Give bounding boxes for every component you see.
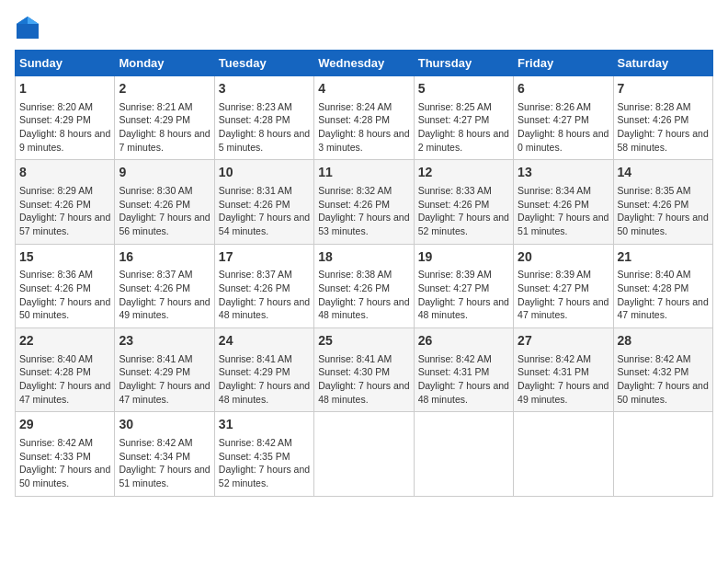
- cell-content: Sunrise: 8:42 AMSunset: 4:31 PMDaylight:…: [418, 352, 509, 407]
- day-number: 25: [318, 332, 409, 350]
- cell-content: Sunrise: 8:25 AMSunset: 4:27 PMDaylight:…: [418, 100, 509, 155]
- calendar-cell: [613, 412, 712, 496]
- calendar-cell: 4 Sunrise: 8:24 AMSunset: 4:28 PMDayligh…: [314, 76, 414, 160]
- calendar-cell: 22 Sunrise: 8:40 AMSunset: 4:28 PMDaylig…: [16, 328, 115, 412]
- cell-content: Sunrise: 8:42 AMSunset: 4:34 PMDaylight:…: [119, 436, 210, 490]
- day-number: 24: [219, 332, 310, 350]
- calendar-cell: 9 Sunrise: 8:30 AMSunset: 4:26 PMDayligh…: [115, 160, 214, 244]
- day-number: 13: [518, 164, 609, 182]
- week-row-1: 1 Sunrise: 8:20 AMSunset: 4:29 PMDayligh…: [16, 76, 713, 160]
- week-row-2: 8 Sunrise: 8:29 AMSunset: 4:26 PMDayligh…: [16, 160, 713, 244]
- cell-content: Sunrise: 8:39 AMSunset: 4:27 PMDaylight:…: [418, 268, 509, 322]
- day-number: 11: [318, 164, 409, 182]
- cell-content: Sunrise: 8:42 AMSunset: 4:35 PMDaylight:…: [219, 436, 310, 490]
- cell-content: Sunrise: 8:42 AMSunset: 4:31 PMDaylight:…: [518, 352, 609, 407]
- week-row-4: 22 Sunrise: 8:40 AMSunset: 4:28 PMDaylig…: [16, 328, 713, 412]
- weekday-header-row: SundayMondayTuesdayWednesdayThursdayFrid…: [16, 51, 713, 76]
- day-number: 3: [219, 80, 310, 98]
- calendar-cell: [314, 412, 414, 496]
- cell-content: Sunrise: 8:36 AMSunset: 4:26 PMDaylight:…: [19, 268, 110, 322]
- day-number: 26: [418, 332, 509, 350]
- calendar-cell: 19 Sunrise: 8:39 AMSunset: 4:27 PMDaylig…: [414, 244, 513, 327]
- page-header: [15, 15, 713, 40]
- calendar-cell: 26 Sunrise: 8:42 AMSunset: 4:31 PMDaylig…: [414, 328, 513, 412]
- cell-content: Sunrise: 8:42 AMSunset: 4:33 PMDaylight:…: [19, 436, 110, 490]
- day-number: 17: [219, 248, 310, 267]
- cell-content: Sunrise: 8:38 AMSunset: 4:26 PMDaylight:…: [318, 268, 409, 322]
- day-number: 20: [518, 248, 609, 267]
- weekday-header-tuesday: Tuesday: [214, 51, 313, 76]
- day-number: 5: [418, 80, 509, 98]
- day-number: 31: [219, 416, 310, 434]
- day-number: 8: [19, 164, 110, 182]
- cell-content: Sunrise: 8:33 AMSunset: 4:26 PMDaylight:…: [418, 184, 509, 238]
- cell-content: Sunrise: 8:28 AMSunset: 4:26 PMDaylight:…: [618, 100, 709, 155]
- calendar-cell: 1 Sunrise: 8:20 AMSunset: 4:29 PMDayligh…: [16, 76, 115, 160]
- weekday-header-wednesday: Wednesday: [314, 51, 414, 76]
- calendar-cell: 18 Sunrise: 8:38 AMSunset: 4:26 PMDaylig…: [314, 244, 414, 327]
- day-number: 16: [119, 248, 210, 267]
- cell-content: Sunrise: 8:20 AMSunset: 4:29 PMDaylight:…: [19, 100, 110, 155]
- calendar-cell: 28 Sunrise: 8:42 AMSunset: 4:32 PMDaylig…: [613, 328, 712, 412]
- calendar-cell: 24 Sunrise: 8:41 AMSunset: 4:29 PMDaylig…: [214, 328, 313, 412]
- logo: [15, 15, 44, 40]
- weekday-header-thursday: Thursday: [414, 51, 513, 76]
- calendar-table: SundayMondayTuesdayWednesdayThursdayFrid…: [15, 50, 713, 497]
- cell-content: Sunrise: 8:32 AMSunset: 4:26 PMDaylight:…: [318, 184, 409, 238]
- day-number: 2: [119, 80, 210, 98]
- calendar-cell: 13 Sunrise: 8:34 AMSunset: 4:26 PMDaylig…: [514, 160, 613, 244]
- day-number: 9: [119, 164, 210, 182]
- calendar-cell: 25 Sunrise: 8:41 AMSunset: 4:30 PMDaylig…: [314, 328, 414, 412]
- calendar-cell: 5 Sunrise: 8:25 AMSunset: 4:27 PMDayligh…: [414, 76, 513, 160]
- cell-content: Sunrise: 8:41 AMSunset: 4:29 PMDaylight:…: [119, 352, 210, 407]
- day-number: 27: [518, 332, 609, 350]
- day-number: 30: [119, 416, 210, 434]
- calendar-cell: 17 Sunrise: 8:37 AMSunset: 4:26 PMDaylig…: [214, 244, 313, 327]
- calendar-cell: 14 Sunrise: 8:35 AMSunset: 4:26 PMDaylig…: [613, 160, 712, 244]
- calendar-cell: 23 Sunrise: 8:41 AMSunset: 4:29 PMDaylig…: [115, 328, 214, 412]
- cell-content: Sunrise: 8:31 AMSunset: 4:26 PMDaylight:…: [219, 184, 310, 238]
- calendar-cell: [414, 412, 513, 496]
- weekday-header-friday: Friday: [514, 51, 613, 76]
- calendar-cell: 15 Sunrise: 8:36 AMSunset: 4:26 PMDaylig…: [16, 244, 115, 327]
- svg-marker-1: [28, 17, 39, 24]
- cell-content: Sunrise: 8:41 AMSunset: 4:29 PMDaylight:…: [219, 352, 310, 407]
- cell-content: Sunrise: 8:40 AMSunset: 4:28 PMDaylight:…: [19, 352, 110, 407]
- cell-content: Sunrise: 8:37 AMSunset: 4:26 PMDaylight:…: [119, 268, 210, 322]
- cell-content: Sunrise: 8:37 AMSunset: 4:26 PMDaylight:…: [219, 268, 310, 322]
- day-number: 28: [618, 332, 709, 350]
- day-number: 23: [119, 332, 210, 350]
- calendar-cell: 2 Sunrise: 8:21 AMSunset: 4:29 PMDayligh…: [115, 76, 214, 160]
- calendar-cell: 11 Sunrise: 8:32 AMSunset: 4:26 PMDaylig…: [314, 160, 414, 244]
- cell-content: Sunrise: 8:39 AMSunset: 4:27 PMDaylight:…: [518, 268, 609, 322]
- calendar-cell: 6 Sunrise: 8:26 AMSunset: 4:27 PMDayligh…: [514, 76, 613, 160]
- calendar-cell: 21 Sunrise: 8:40 AMSunset: 4:28 PMDaylig…: [613, 244, 712, 327]
- day-number: 29: [19, 416, 110, 434]
- calendar-cell: 3 Sunrise: 8:23 AMSunset: 4:28 PMDayligh…: [214, 76, 313, 160]
- cell-content: Sunrise: 8:41 AMSunset: 4:30 PMDaylight:…: [318, 352, 409, 407]
- cell-content: Sunrise: 8:29 AMSunset: 4:26 PMDaylight:…: [19, 184, 110, 238]
- cell-content: Sunrise: 8:35 AMSunset: 4:26 PMDaylight:…: [618, 184, 709, 238]
- day-number: 18: [318, 248, 409, 267]
- week-row-5: 29 Sunrise: 8:42 AMSunset: 4:33 PMDaylig…: [16, 412, 713, 496]
- day-number: 19: [418, 248, 509, 267]
- calendar-cell: 12 Sunrise: 8:33 AMSunset: 4:26 PMDaylig…: [414, 160, 513, 244]
- cell-content: Sunrise: 8:34 AMSunset: 4:26 PMDaylight:…: [518, 184, 609, 238]
- cell-content: Sunrise: 8:24 AMSunset: 4:28 PMDaylight:…: [318, 100, 409, 155]
- weekday-header-sunday: Sunday: [16, 51, 115, 76]
- day-number: 1: [19, 80, 110, 98]
- calendar-cell: 30 Sunrise: 8:42 AMSunset: 4:34 PMDaylig…: [115, 412, 214, 496]
- calendar-cell: 7 Sunrise: 8:28 AMSunset: 4:26 PMDayligh…: [613, 76, 712, 160]
- cell-content: Sunrise: 8:30 AMSunset: 4:26 PMDaylight:…: [119, 184, 210, 238]
- cell-content: Sunrise: 8:21 AMSunset: 4:29 PMDaylight:…: [119, 100, 210, 155]
- calendar-cell: 31 Sunrise: 8:42 AMSunset: 4:35 PMDaylig…: [214, 412, 313, 496]
- calendar-cell: 29 Sunrise: 8:42 AMSunset: 4:33 PMDaylig…: [16, 412, 115, 496]
- calendar-cell: 10 Sunrise: 8:31 AMSunset: 4:26 PMDaylig…: [214, 160, 313, 244]
- cell-content: Sunrise: 8:40 AMSunset: 4:28 PMDaylight:…: [618, 268, 709, 322]
- calendar-cell: 16 Sunrise: 8:37 AMSunset: 4:26 PMDaylig…: [115, 244, 214, 327]
- calendar-cell: 27 Sunrise: 8:42 AMSunset: 4:31 PMDaylig…: [514, 328, 613, 412]
- calendar-cell: [514, 412, 613, 496]
- cell-content: Sunrise: 8:23 AMSunset: 4:28 PMDaylight:…: [219, 100, 310, 155]
- day-number: 14: [618, 164, 709, 182]
- svg-marker-2: [17, 17, 28, 24]
